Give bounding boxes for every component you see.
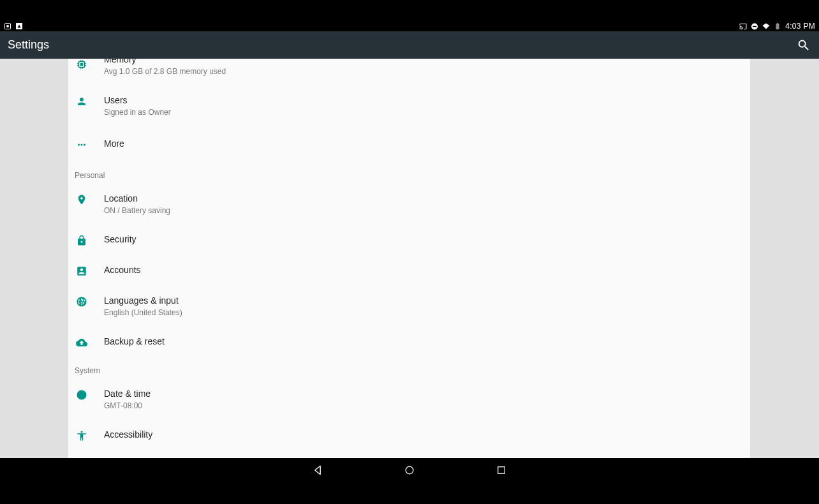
settings-item-subtitle: English (United States) [104, 308, 740, 318]
settings-item-printing[interactable]: Printing 0 print jobs [68, 450, 750, 458]
notification-icon-1 [4, 22, 11, 30]
svg-point-9 [81, 431, 83, 433]
search-button[interactable] [796, 38, 811, 53]
section-header-system: System [68, 357, 750, 379]
status-bar[interactable]: 4:03 PM [0, 21, 819, 31]
settings-item-title: Memory [104, 59, 740, 65]
svg-point-6 [81, 144, 83, 146]
person-icon [75, 94, 104, 107]
settings-item-datetime[interactable]: Date & time GMT-08:00 [68, 379, 750, 420]
battery-icon [774, 22, 781, 30]
settings-item-accessibility[interactable]: Accessibility [68, 420, 750, 450]
cast-icon [739, 22, 747, 30]
settings-item-title: Languages & input [104, 295, 740, 306]
recent-icon [496, 464, 507, 476]
svg-point-1 [6, 25, 9, 27]
settings-item-backup[interactable]: Backup & reset [68, 327, 750, 357]
back-icon [311, 464, 324, 477]
settings-item-more[interactable]: More [68, 126, 750, 162]
notification-icon-2 [15, 22, 23, 30]
nav-back-button[interactable] [310, 463, 325, 478]
settings-item-subtitle: GMT-08:00 [104, 401, 740, 411]
svg-rect-14 [498, 467, 505, 474]
settings-item-title: Backup & reset [104, 336, 740, 347]
settings-item-location[interactable]: Location ON / Battery saving [68, 184, 750, 225]
more-horiz-icon [75, 138, 104, 151]
section-header-personal: Personal [68, 162, 750, 184]
content-background: Memory Avg 1.0 GB of 2.8 GB memory used … [0, 59, 819, 458]
search-icon [797, 38, 811, 52]
svg-rect-4 [753, 26, 756, 27]
settings-list: Memory Avg 1.0 GB of 2.8 GB memory used … [68, 59, 750, 458]
location-icon [75, 193, 104, 205]
clock-icon [75, 388, 104, 401]
settings-item-title: More [104, 138, 740, 149]
lock-icon [75, 233, 104, 246]
svg-point-13 [406, 466, 413, 474]
settings-item-subtitle: Avg 1.0 GB of 2.8 GB memory used [104, 66, 740, 77]
navigation-bar [0, 458, 819, 482]
dnd-icon [751, 22, 758, 30]
settings-item-memory[interactable]: Memory Avg 1.0 GB of 2.8 GB memory used [68, 59, 750, 85]
nav-recent-button[interactable] [494, 463, 509, 478]
language-icon [75, 295, 104, 308]
settings-panel: Memory Avg 1.0 GB of 2.8 GB memory used … [68, 59, 750, 458]
app-bar: Settings [0, 31, 819, 59]
home-icon [403, 464, 416, 477]
settings-item-title: Users [104, 94, 740, 106]
settings-item-users[interactable]: Users Signed in as Owner [68, 85, 750, 126]
nav-home-button[interactable] [402, 463, 417, 478]
settings-item-title: Accounts [104, 264, 740, 276]
settings-item-subtitle: Signed in as Owner [104, 107, 740, 117]
settings-item-accounts[interactable]: Accounts [68, 255, 750, 286]
settings-item-title: Security [104, 233, 740, 245]
settings-item-title: Location [104, 193, 740, 204]
status-time: 4:03 PM [785, 22, 815, 31]
settings-item-subtitle: ON / Battery saving [104, 205, 740, 216]
settings-item-title: Accessibility [104, 429, 740, 440]
backup-icon [75, 336, 104, 348]
settings-item-title: Date & time [104, 388, 740, 399]
wifi-icon [762, 22, 770, 30]
svg-point-7 [84, 144, 85, 146]
account-box-icon [75, 264, 104, 277]
accessibility-icon [75, 429, 104, 441]
settings-item-languages[interactable]: Languages & input English (United States… [68, 286, 750, 327]
app-title: Settings [8, 38, 49, 52]
svg-point-5 [78, 144, 80, 146]
settings-item-security[interactable]: Security [68, 225, 750, 255]
memory-icon [75, 59, 104, 70]
